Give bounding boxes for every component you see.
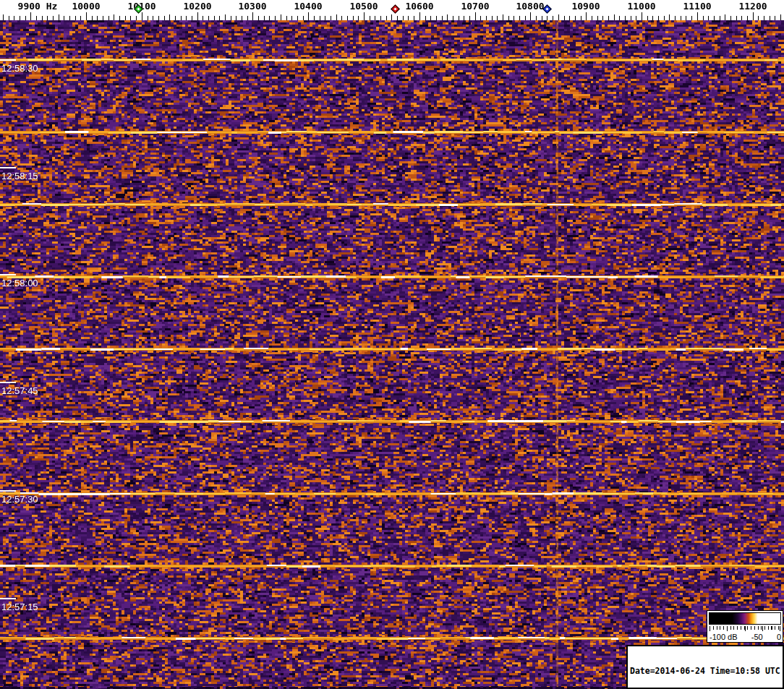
time-label: 12:57:15: [1, 602, 38, 612]
freq-tick-label: 10200: [183, 1, 211, 12]
freq-tick-label: 10800: [516, 1, 544, 12]
freq-tick-label: 10300: [238, 1, 266, 12]
freq-tick-label: 10500: [349, 1, 378, 12]
time-tick: [0, 274, 16, 275]
freq-tick-label: 10600: [405, 1, 433, 12]
time-label: 12:58:15: [1, 171, 38, 181]
time-label: 12:58:30: [1, 63, 38, 74]
time-tick: [0, 490, 16, 492]
marker-center-dot: [137, 7, 140, 10]
freq-tick-label: 11000: [627, 1, 655, 12]
waterfall-spectrogram[interactable]: [0, 20, 784, 689]
time-tick: [0, 59, 16, 61]
colorbar-legend: -100 dB -50 0: [707, 610, 783, 643]
colorbar-label-mid: -50: [751, 632, 763, 642]
time-tick: [0, 598, 16, 599]
time-label: 12:58:00: [1, 278, 38, 288]
freq-tick-label: 10000: [72, 1, 100, 12]
time-tick: [0, 167, 16, 168]
colorbar-gradient: [709, 612, 781, 625]
freq-tick-label: 10700: [461, 1, 489, 12]
marker-center-dot: [545, 7, 548, 10]
freq-tick-label: 10400: [294, 1, 322, 12]
colorbar-ticks-major: [710, 626, 780, 631]
spectrogram-screen: 9900 Hz100001010010200103001040010500106…: [0, 0, 784, 689]
time-label: 12:57:30: [1, 494, 38, 505]
info-box: Date=2014-06-24 Time=10:58 UTC Freq=143 …: [626, 645, 784, 689]
freq-tick-label: 9900 Hz: [18, 1, 58, 12]
colorbar-label-min: -100 dB: [710, 632, 738, 642]
info-date-time: Date=2014-06-24 Time=10:58 UTC: [630, 667, 780, 676]
freq-tick-label: 11100: [683, 1, 711, 12]
time-label: 12:57:45: [1, 385, 38, 396]
time-tick: [0, 382, 16, 383]
freq-tick-label: 10900: [571, 1, 600, 12]
colorbar-label-max: 0: [777, 632, 781, 642]
frequency-axis[interactable]: 9900 Hz100001010010200103001040010500106…: [0, 0, 784, 20]
colorbar-labels: -100 dB -50 0: [710, 632, 781, 642]
marker-center-dot: [393, 7, 396, 10]
freq-tick-label: 11200: [738, 1, 767, 12]
